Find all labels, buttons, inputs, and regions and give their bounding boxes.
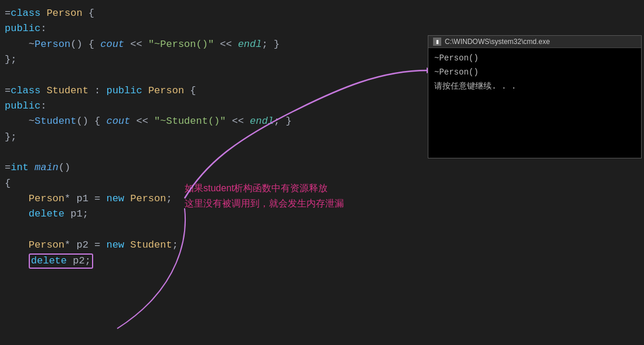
- type-person-1: Person: [29, 191, 64, 207]
- cmd-icon: ▮: [433, 38, 441, 46]
- code-line-9: };: [5, 130, 417, 145]
- string-student: "~Student()": [154, 114, 226, 129]
- code-editor: =class Person { public: ~Person() { cout…: [0, 0, 422, 345]
- func-main: main: [35, 160, 59, 175]
- endl-kw: endl: [238, 37, 262, 52]
- code-line-10: [5, 145, 417, 160]
- class-person-inherit: Person: [148, 83, 184, 99]
- code-line-16: Person* p2 = new Student;: [5, 238, 417, 253]
- kw-int: int: [11, 160, 29, 175]
- code-line-8: ~Student() { cout << "~Student()" << end…: [5, 114, 417, 129]
- cmd-output-line-2: ~Person(): [434, 66, 635, 80]
- cmd-title: C:\WINDOWS\system32\cmd.exe: [445, 38, 550, 46]
- annotation-line-2: 这里没有被调用到，就会发生内存泄漏: [185, 196, 344, 211]
- delete-p2-highlight: delete p2;: [29, 253, 93, 269]
- code-line-11: =int main(): [5, 160, 417, 175]
- cout-kw: cout: [100, 37, 124, 52]
- func-student-destructor: Student: [35, 114, 76, 129]
- kw-delete-2: delete: [31, 255, 67, 266]
- cmd-output-line-1: ~Person(): [434, 52, 635, 66]
- cmd-output-line-3: 请按任意键继续. . .: [434, 80, 635, 94]
- kw-delete-1: delete: [29, 207, 64, 222]
- cmd-output: ~Person() ~Person() 请按任意键继续. . .: [428, 48, 641, 97]
- kw-new-1: new: [106, 191, 124, 207]
- string-person: "~Person()": [148, 37, 214, 52]
- kw-class-2: class: [11, 83, 40, 99]
- cout-kw-2: cout: [106, 114, 130, 129]
- type-person-2: Person: [29, 238, 64, 253]
- code-line-6: =class Student : public Person {: [5, 83, 417, 99]
- code-line-15: [5, 222, 417, 238]
- kw-public: public: [5, 21, 40, 36]
- endl-kw-2: endl: [250, 114, 274, 129]
- annotation-box: 如果student析构函数中有资源释放 这里没有被调用到，就会发生内存泄漏: [185, 181, 344, 211]
- kw-public-2: public: [106, 83, 142, 99]
- equals-marker: =: [5, 6, 11, 21]
- class-person: Person: [46, 6, 82, 21]
- kw-class: class: [11, 6, 40, 21]
- annotation-line-1: 如果student析构函数中有资源释放: [185, 181, 344, 196]
- cmd-window: ▮ C:\WINDOWS\system32\cmd.exe ~Person() …: [428, 35, 642, 158]
- code-line-5: [5, 67, 417, 83]
- func-person-destructor: Person: [35, 37, 70, 52]
- code-line-7: public:: [5, 99, 417, 114]
- code-line-17: delete p2;: [5, 253, 417, 269]
- kw-public-3: public: [5, 99, 40, 114]
- code-line-1: =class Person {: [5, 6, 417, 21]
- cmd-titlebar: ▮ C:\WINDOWS\system32\cmd.exe: [428, 36, 641, 48]
- kw-new-2: new: [106, 238, 124, 253]
- code-line-2: public:: [5, 21, 417, 36]
- code-line-4: };: [5, 52, 417, 67]
- code-line-3: ~Person() { cout << "~Person()" << endl;…: [5, 37, 417, 52]
- new-student: Student: [130, 238, 172, 253]
- new-person-1: Person: [130, 191, 166, 207]
- class-student: Student: [46, 83, 88, 99]
